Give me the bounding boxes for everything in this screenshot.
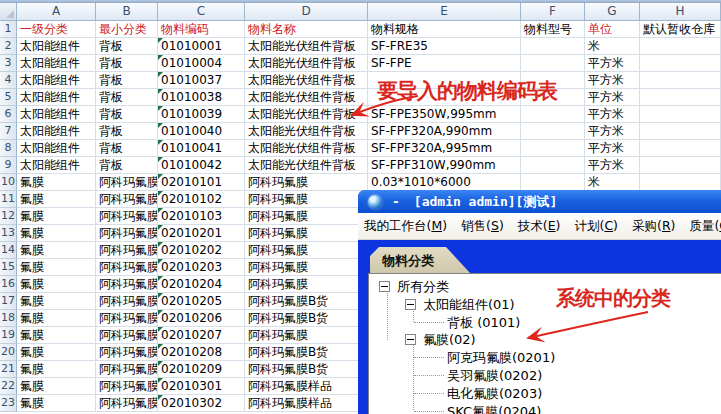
cell-B6[interactable]: 背板 <box>96 106 158 123</box>
cell-B13[interactable]: 阿科玛氟膜 <box>96 225 158 242</box>
menu-item-E[interactable]: 技术(E) <box>518 218 561 235</box>
cell-B10[interactable]: 阿科玛氟膜 <box>96 174 158 191</box>
row-header-2[interactable]: 2 <box>0 38 17 55</box>
column-header-H[interactable]: H <box>640 3 721 21</box>
tree-item[interactable]: SKC氟膜(0204) <box>369 402 721 414</box>
cell-C15[interactable]: 02010203 <box>158 259 245 276</box>
row-header-5[interactable]: 5 <box>0 89 17 106</box>
cell-H4[interactable] <box>640 72 721 89</box>
cell-A11[interactable]: 氟膜 <box>17 191 96 208</box>
cell-D7[interactable]: 太阳能光伏组件背板 <box>245 123 368 140</box>
column-header-A[interactable]: A <box>17 3 96 21</box>
row-header-23[interactable]: 23 <box>0 395 17 412</box>
cell-F8[interactable] <box>521 140 585 157</box>
cell-E9[interactable]: SF-FPF310W,990mm <box>368 157 521 174</box>
select-all-corner[interactable] <box>0 3 17 21</box>
cell-C17[interactable]: 02010205 <box>158 293 245 310</box>
row-header-19[interactable]: 19 <box>0 327 17 344</box>
cell-C10[interactable]: 02010101 <box>158 174 245 191</box>
cell-C5[interactable]: 01010038 <box>158 89 245 106</box>
cell-B3[interactable]: 背板 <box>96 55 158 72</box>
column-header-D[interactable]: D <box>245 3 368 21</box>
row-header-21[interactable]: 21 <box>0 361 17 378</box>
tree-item[interactable]: 所有分类 <box>369 277 721 295</box>
cell-H1[interactable]: 默认暂收仓库 <box>640 21 721 38</box>
cell-B2[interactable]: 背板 <box>96 38 158 55</box>
cell-C6[interactable]: 01010039 <box>158 106 245 123</box>
tree-item-label[interactable]: 太阳能组件(01) <box>423 296 515 314</box>
cell-A4[interactable]: 太阳能组件 <box>17 72 96 89</box>
menu-item-M[interactable]: 我的工作台(M) <box>364 218 447 235</box>
cell-B11[interactable]: 阿科玛氟膜 <box>96 191 158 208</box>
row-header-17[interactable]: 17 <box>0 293 17 310</box>
tree-collapse-icon[interactable] <box>405 334 416 345</box>
cell-C13[interactable]: 02010201 <box>158 225 245 242</box>
cell-G3[interactable]: 平方米 <box>585 55 640 72</box>
cell-E6[interactable]: SF-FPE350W,995mm <box>368 106 521 123</box>
cell-C11[interactable]: 02010102 <box>158 191 245 208</box>
cell-D23[interactable]: 阿科玛氟膜样品 <box>245 395 368 412</box>
cell-A23[interactable]: 氟膜 <box>17 395 96 412</box>
cell-D3[interactable]: 太阳能光伏组件背板 <box>245 55 368 72</box>
cell-D21[interactable]: 阿科玛氟膜B货 <box>245 361 368 378</box>
cell-D15[interactable]: 阿科玛氟膜 <box>245 259 368 276</box>
cell-A14[interactable]: 氟膜 <box>17 242 96 259</box>
cell-A16[interactable]: 氟膜 <box>17 276 96 293</box>
cell-D8[interactable]: 太阳能光伏组件背板 <box>245 140 368 157</box>
cell-H3[interactable] <box>640 55 721 72</box>
cell-F6[interactable] <box>521 106 585 123</box>
tree-item[interactable]: 阿克玛氟膜(0201) <box>369 348 721 366</box>
column-header-G[interactable]: G <box>585 3 640 21</box>
cell-A18[interactable]: 氟膜 <box>17 310 96 327</box>
cell-B17[interactable]: 阿科玛氟膜 <box>96 293 158 310</box>
tree-item-label[interactable]: 阿克玛氟膜(0201) <box>447 349 555 367</box>
cell-G1[interactable]: 单位 <box>585 21 640 38</box>
cell-F7[interactable] <box>521 123 585 140</box>
cell-D17[interactable]: 阿科玛氟膜B货 <box>245 293 368 310</box>
cell-G4[interactable]: 平方米 <box>585 72 640 89</box>
cell-G6[interactable]: 平方米 <box>585 106 640 123</box>
cell-G5[interactable]: 平方米 <box>585 89 640 106</box>
tree-item-label[interactable]: SKC氟膜(0204) <box>447 403 541 414</box>
cell-A13[interactable]: 氟膜 <box>17 225 96 242</box>
cell-A17[interactable]: 氟膜 <box>17 293 96 310</box>
column-header-F[interactable]: F <box>521 3 585 21</box>
column-header-E[interactable]: E <box>368 3 521 21</box>
cell-E2[interactable]: SF-FRE35 <box>368 38 521 55</box>
row-header-12[interactable]: 12 <box>0 208 17 225</box>
cell-H5[interactable] <box>640 89 721 106</box>
row-header-3[interactable]: 3 <box>0 55 17 72</box>
cell-F5[interactable] <box>521 89 585 106</box>
row-header-14[interactable]: 14 <box>0 242 17 259</box>
cell-C14[interactable]: 02010202 <box>158 242 245 259</box>
row-header-8[interactable]: 8 <box>0 140 17 157</box>
cell-C12[interactable]: 02010103 <box>158 208 245 225</box>
cell-H8[interactable] <box>640 140 721 157</box>
cell-A3[interactable]: 太阳能组件 <box>17 55 96 72</box>
cell-D22[interactable]: 阿科玛氟膜样品 <box>245 378 368 395</box>
cell-E1[interactable]: 物料规格 <box>368 21 521 38</box>
cell-H10[interactable] <box>640 174 721 191</box>
cell-B5[interactable]: 背板 <box>96 89 158 106</box>
tree-item-label[interactable]: 所有分类 <box>397 278 449 296</box>
tree-item-label[interactable]: 氟膜(02) <box>423 331 476 349</box>
cell-C1[interactable]: 物料编码 <box>158 21 245 38</box>
cell-E3[interactable]: SF-FPE <box>368 55 521 72</box>
cell-B21[interactable]: 阿科玛氟膜 <box>96 361 158 378</box>
cell-C22[interactable]: 02010301 <box>158 378 245 395</box>
cell-D6[interactable]: 太阳能光伏组件背板 <box>245 106 368 123</box>
cell-A12[interactable]: 氟膜 <box>17 208 96 225</box>
cell-A22[interactable]: 氟膜 <box>17 378 96 395</box>
tree-item-label[interactable]: 吴羽氟膜(0202) <box>447 367 542 385</box>
row-header-22[interactable]: 22 <box>0 378 17 395</box>
cell-H7[interactable] <box>640 123 721 140</box>
cell-B22[interactable]: 阿科玛氟膜 <box>96 378 158 395</box>
cell-B9[interactable]: 背板 <box>96 157 158 174</box>
cell-C16[interactable]: 02010204 <box>158 276 245 293</box>
cell-D10[interactable]: 阿科玛氟膜 <box>245 174 368 191</box>
menu-item-R[interactable]: 采购(R) <box>632 218 675 235</box>
row-header-15[interactable]: 15 <box>0 259 17 276</box>
row-header-7[interactable]: 7 <box>0 123 17 140</box>
cell-G7[interactable]: 平方米 <box>585 123 640 140</box>
tree-collapse-icon[interactable] <box>379 281 390 292</box>
